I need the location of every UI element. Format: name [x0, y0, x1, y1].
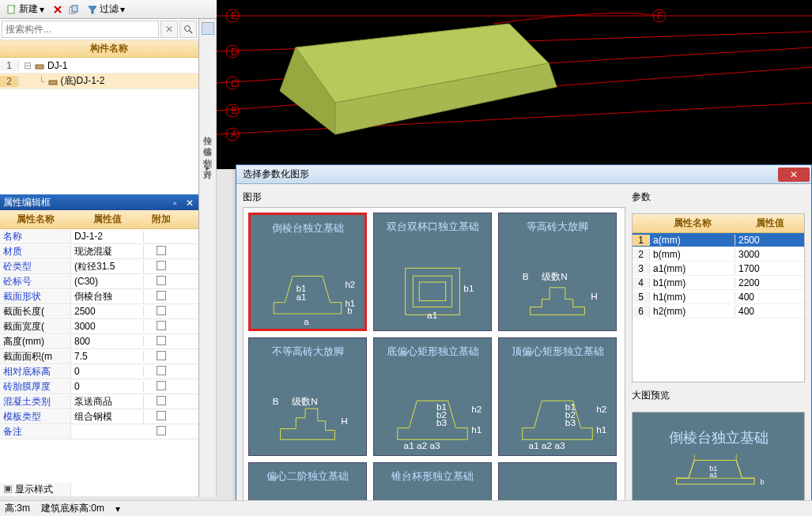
- svg-text:b: b: [347, 306, 352, 315]
- shape-tile[interactable]: 倒棱台独立基础b1a1h2h1ab: [248, 213, 367, 331]
- tile-title: 偏心二阶独立基础: [266, 469, 349, 484]
- svg-text:b1: b1: [296, 284, 307, 293]
- preview-box: 倒棱台独立基础 b1 a1 b: [632, 412, 805, 509]
- property-row[interactable]: 砖胎膜厚度0: [0, 379, 198, 394]
- checkbox[interactable]: [157, 261, 166, 270]
- filter-label: 过滤: [100, 2, 119, 16]
- tree-row[interactable]: 1 ⊟ DJ-1: [0, 58, 198, 73]
- vgroup-split[interactable]: 分割: [202, 149, 213, 155]
- svg-text:B: B: [273, 396, 279, 407]
- close-button[interactable]: ✕: [778, 168, 810, 182]
- svg-text:a1 a2  a3: a1 a2 a3: [529, 440, 565, 451]
- param-row[interactable]: 2b(mm)3000: [633, 247, 804, 262]
- dialog-title: 选择参数化图形: [243, 168, 309, 181]
- svg-text:B: B: [231, 105, 237, 116]
- svg-text:B: B: [523, 271, 529, 282]
- filter-icon: [87, 4, 98, 15]
- property-row[interactable]: 混凝土类别泵送商品: [0, 394, 198, 409]
- new-icon: [6, 4, 17, 15]
- search-icon: [183, 24, 193, 34]
- svg-rect-2: [72, 6, 77, 12]
- property-row[interactable]: 砼类型(粒径31.5: [0, 259, 198, 274]
- checkbox[interactable]: [157, 396, 166, 405]
- shape-tile[interactable]: 顶偏心矩形独立基础b1b2b3h2h1a1 a2 a3: [498, 337, 617, 456]
- status-base-elev: 建筑底标高:0m: [41, 502, 104, 515]
- checkbox[interactable]: [157, 306, 166, 315]
- vgroup-offset[interactable]: 偏移: [202, 137, 213, 144]
- shape-tile[interactable]: 底偏心矩形独立基础b1b2b3h2h1a1 a2 a3: [373, 337, 492, 456]
- param-row[interactable]: 5h1(mm)400: [633, 290, 804, 304]
- svg-text:b: b: [760, 478, 764, 486]
- svg-line-12: [190, 31, 192, 33]
- parametric-shape-dialog: 选择参数化图形 ✕ 图形 倒棱台独立基础b1a1h2h1ab双台双杯口独立基础a…: [236, 164, 812, 516]
- foundation-icon: [48, 77, 58, 85]
- param-row[interactable]: 3a1(mm)1700: [633, 262, 804, 276]
- property-row[interactable]: 相对底标高0: [0, 364, 198, 379]
- checkbox[interactable]: [157, 351, 166, 360]
- delete-icon[interactable]: [52, 4, 63, 15]
- property-row[interactable]: 备注: [0, 424, 198, 439]
- svg-text:E: E: [231, 10, 237, 21]
- property-row[interactable]: 材质现浇混凝: [0, 244, 198, 259]
- property-header: 属性名称 属性值 附加: [0, 210, 198, 229]
- vgroup-align[interactable]: 对齐▸: [202, 160, 213, 176]
- property-row[interactable]: 模板类型组合钢模: [0, 409, 198, 424]
- search-input[interactable]: [2, 21, 159, 38]
- new-button[interactable]: 新建 ▾: [3, 2, 47, 17]
- svg-rect-14: [49, 81, 57, 85]
- checkbox[interactable]: [157, 411, 166, 420]
- 3d-viewport[interactable]: E D C B A F: [217, 0, 812, 169]
- checkbox[interactable]: [157, 276, 166, 285]
- tree-row[interactable]: 2 └ (底)DJ-1-2: [0, 73, 198, 89]
- checkbox[interactable]: [157, 366, 166, 375]
- shape-tile[interactable]: 等高砖大放脚B级数NH: [498, 213, 617, 331]
- property-row[interactable]: 截面宽度(3000: [0, 319, 198, 334]
- checkbox[interactable]: [157, 381, 166, 390]
- property-row[interactable]: 砼标号(C30): [0, 274, 198, 289]
- close-icon[interactable]: ✕: [186, 198, 195, 207]
- tree-collapse-icon[interactable]: ⊟: [24, 60, 32, 71]
- vtool-4[interactable]: [202, 74, 214, 87]
- property-row[interactable]: 名称DJ-1-2: [0, 229, 198, 244]
- checkbox[interactable]: [157, 291, 166, 300]
- param-row[interactable]: 6h2(mm)400: [633, 304, 804, 318]
- param-row[interactable]: 4b1(mm)2200: [633, 276, 804, 290]
- svg-text:H: H: [341, 416, 348, 427]
- search-button[interactable]: [179, 21, 197, 38]
- checkbox[interactable]: [157, 246, 166, 255]
- shape-tile[interactable]: 不等高砖大放脚B级数NH: [248, 337, 367, 456]
- svg-text:a1: a1: [427, 310, 437, 321]
- svg-text:h1: h1: [471, 424, 482, 435]
- vtool-3[interactable]: [202, 57, 214, 70]
- vtool-5[interactable]: [202, 92, 214, 104]
- pin-icon[interactable]: ▫: [173, 198, 183, 207]
- param-row[interactable]: 1a(mm)2500: [633, 233, 804, 247]
- property-row[interactable]: 截面形状倒棱台独: [0, 289, 198, 304]
- svg-text:a1: a1: [709, 471, 717, 479]
- property-body: 名称DJ-1-2材质现浇混凝砼类型(粒径31.5砼标号(C30)截面形状倒棱台独…: [0, 229, 198, 482]
- filter-button[interactable]: 过滤 ▾: [84, 2, 128, 17]
- shape-tile[interactable]: 双台双杯口独立基础a1b1: [373, 213, 492, 331]
- tile-title: 锥台杯形独立基础: [391, 469, 474, 484]
- shape-gallery[interactable]: 倒棱台独立基础b1a1h2h1ab双台双杯口独立基础a1b1等高砖大放脚B级数N…: [243, 207, 625, 509]
- property-row[interactable]: 高度(mm)800: [0, 334, 198, 349]
- vtool-6[interactable]: [202, 109, 214, 122]
- status-dropdown-icon[interactable]: ▾: [115, 503, 120, 514]
- vtool-7[interactable]: [202, 181, 214, 194]
- checkbox[interactable]: [157, 321, 166, 330]
- checkbox[interactable]: [157, 336, 166, 345]
- checkbox[interactable]: [157, 426, 166, 435]
- search-clear-button[interactable]: ✕: [161, 21, 178, 38]
- property-row[interactable]: 截面面积(m7.5: [0, 349, 198, 364]
- vtool-1[interactable]: [202, 22, 214, 35]
- vertical-toolbar: 拉伸 偏移 分割 对齐▸: [199, 19, 217, 497]
- property-row[interactable]: 截面长度(2500: [0, 304, 198, 319]
- dialog-titlebar[interactable]: 选择参数化图形 ✕: [236, 165, 811, 184]
- svg-marker-56: [398, 401, 468, 439]
- display-style-row[interactable]: 显示样式: [0, 482, 198, 497]
- svg-text:b1: b1: [463, 283, 474, 294]
- vgroup-stretch[interactable]: 拉伸: [202, 126, 213, 133]
- copy-icon[interactable]: [68, 4, 79, 15]
- svg-text:A: A: [231, 129, 237, 140]
- vtool-2[interactable]: [202, 40, 214, 52]
